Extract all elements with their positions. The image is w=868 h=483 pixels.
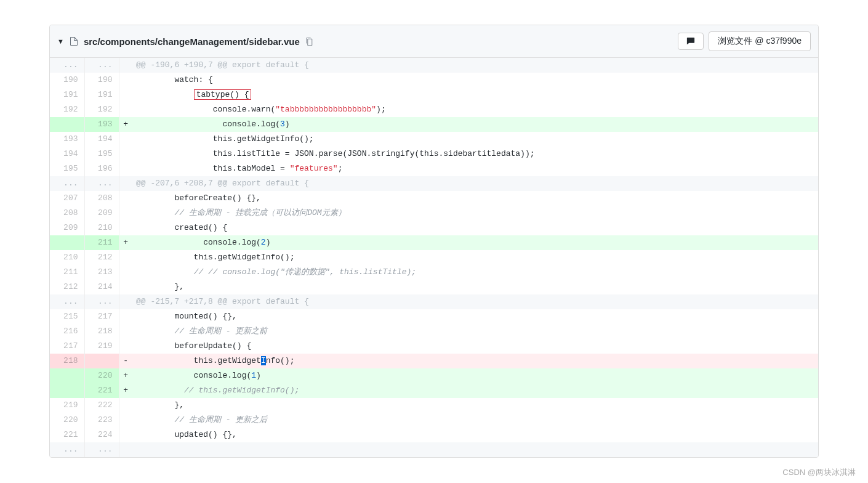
line-number-new[interactable]: 222 [84,398,119,413]
line-number-new[interactable]: 193 [84,117,119,132]
line-number-new[interactable]: 224 [84,428,119,442]
fold-toggle-icon[interactable]: ▼ [57,38,64,45]
line-number-old[interactable] [50,368,84,383]
line-number-new[interactable]: ... [84,442,119,457]
line-number-old[interactable]: 221 [50,428,84,442]
diff-sign [119,147,132,161]
diff-table: ......@@ -190,6 +190,7 @@ export default… [50,58,818,457]
line-number-new[interactable]: 192 [84,102,119,117]
line-number-old[interactable]: ... [50,294,84,309]
line-number-new[interactable]: ... [84,58,119,73]
code-cell[interactable]: // 生命周期 - 挂载完成（可以访问DOM元素） [132,206,818,221]
comment-button[interactable] [678,33,704,50]
line-number-old[interactable]: 192 [50,102,84,117]
line-number-new[interactable]: 212 [84,250,119,265]
line-number-old[interactable]: 210 [50,250,84,265]
code-cell[interactable]: console.log(1) [132,368,818,383]
code-cell[interactable]: updated() {}, [132,428,818,442]
line-number-new[interactable]: 213 [84,265,119,280]
code-cell[interactable]: @@ -215,7 +217,8 @@ export default { [132,294,818,309]
line-number-old[interactable]: 220 [50,413,84,428]
code-cell[interactable]: @@ -207,6 +208,7 @@ export default { [132,176,818,191]
line-number-old[interactable]: 209 [50,221,84,235]
diff-row: 220223 // 生命周期 - 更新之后 [50,413,818,428]
code-cell[interactable]: this.listTitle = JSON.parse(JSON.stringi… [132,147,818,161]
line-number-old[interactable]: 191 [50,87,84,102]
line-number-old[interactable]: 208 [50,206,84,221]
line-number-old[interactable]: 216 [50,324,84,339]
code-cell[interactable]: console.log(2) [132,235,818,250]
line-number-new[interactable]: ... [84,294,119,309]
line-number-old[interactable]: 217 [50,339,84,354]
diff-row: 194195 this.listTitle = JSON.parse(JSON.… [50,147,818,161]
diff-sign [119,442,132,457]
line-number-old[interactable]: 195 [50,161,84,176]
line-number-old[interactable] [50,235,84,250]
line-number-new[interactable]: 211 [84,235,119,250]
diff-sign [119,428,132,442]
code-cell[interactable]: this.getWidgetInfo(); [132,250,818,265]
code-cell[interactable]: this.getWidgetInfo(); [132,354,818,368]
line-number-new[interactable]: 218 [84,324,119,339]
line-number-old[interactable]: 218 [50,354,84,368]
line-number-old[interactable]: 212 [50,280,84,294]
code-cell[interactable]: console.log(3) [132,117,818,132]
code-cell[interactable]: // // console.log("传递的数据", this.listTitl… [132,265,818,280]
line-number-new[interactable]: 220 [84,368,119,383]
code-cell[interactable]: watch: { [132,73,818,87]
comment-icon [686,37,696,46]
diff-sign: + [119,235,132,250]
line-number-new[interactable]: 191 [84,87,119,102]
diff-sign: + [119,117,132,132]
diff-row: 217219 beforeUpdate() { [50,339,818,354]
line-number-old[interactable] [50,383,84,398]
code-cell[interactable]: created() { [132,221,818,235]
line-number-old[interactable]: 190 [50,73,84,87]
line-number-old[interactable]: ... [50,442,84,457]
line-number-new[interactable]: 196 [84,161,119,176]
line-number-old[interactable]: 194 [50,147,84,161]
line-number-new[interactable] [84,354,119,368]
line-number-new[interactable]: 223 [84,413,119,428]
code-cell[interactable]: beforeUpdate() { [132,339,818,354]
line-number-old[interactable]: ... [50,176,84,191]
line-number-old[interactable]: 207 [50,191,84,206]
line-number-new[interactable]: 195 [84,147,119,161]
line-number-old[interactable]: 219 [50,398,84,413]
line-number-new[interactable]: 214 [84,280,119,294]
line-number-new[interactable]: 210 [84,221,119,235]
diff-sign [119,102,132,117]
line-number-old[interactable]: 215 [50,309,84,324]
code-cell[interactable]: console.warn("tabbbbbbbbbbbbbbbbb"); [132,102,818,117]
code-cell[interactable]: beforeCreate() {}, [132,191,818,206]
code-cell[interactable]: @@ -190,6 +190,7 @@ export default { [132,58,818,73]
file-path[interactable]: src/components/changeManagement/sidebar.… [84,36,300,47]
code-cell[interactable] [132,442,818,457]
code-cell[interactable]: tabtype() { [132,87,818,102]
line-number-old[interactable]: 211 [50,265,84,280]
line-number-new[interactable]: 219 [84,339,119,354]
line-number-new[interactable]: 208 [84,191,119,206]
line-number-new[interactable]: 194 [84,132,119,147]
line-number-new[interactable]: 190 [84,73,119,87]
code-cell[interactable]: this.getWidgetInfo(); [132,132,818,147]
line-number-old[interactable]: 193 [50,132,84,147]
browse-file-button[interactable]: 浏览文件 @ c37f990e [709,31,811,51]
diff-row: 215217 mounted() {}, [50,309,818,324]
line-number-old[interactable] [50,117,84,132]
line-number-new[interactable]: 221 [84,383,119,398]
code-cell[interactable]: mounted() {}, [132,309,818,324]
diff-row: 193+ console.log(3) [50,117,818,132]
code-cell[interactable]: this.tabModel = "features"; [132,161,818,176]
code-cell[interactable]: }, [132,280,818,294]
code-cell[interactable]: // 生命周期 - 更新之后 [132,413,818,428]
line-number-new[interactable]: 217 [84,309,119,324]
line-number-old[interactable]: ... [50,58,84,73]
code-cell[interactable]: }, [132,398,818,413]
line-number-new[interactable]: ... [84,176,119,191]
copy-path-icon[interactable] [305,37,313,46]
diff-row: 209210 created() { [50,221,818,235]
code-cell[interactable]: // this.getWidgetInfo(); [132,383,818,398]
line-number-new[interactable]: 209 [84,206,119,221]
code-cell[interactable]: // 生命周期 - 更新之前 [132,324,818,339]
